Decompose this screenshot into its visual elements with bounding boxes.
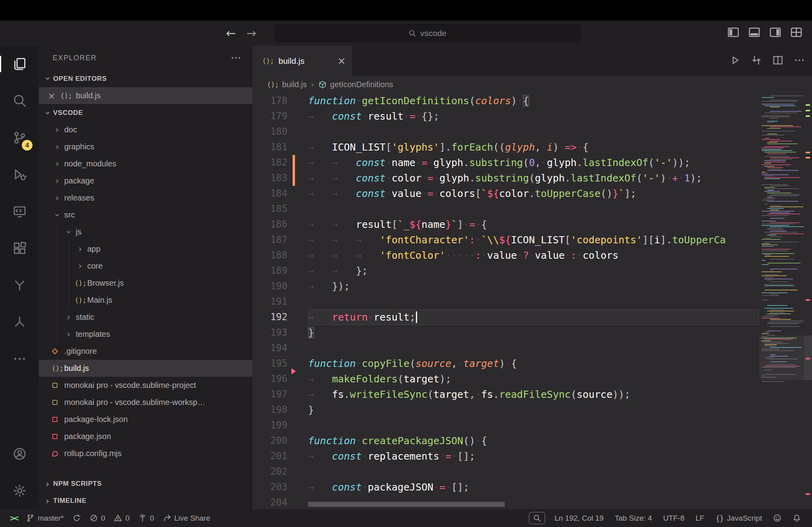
code-line-203[interactable]: 203→const·packageJSON·=·[]; <box>253 479 759 495</box>
status-ports[interactable]: 0 <box>134 509 159 527</box>
tree-folder-templates[interactable]: ›templates <box>39 326 253 343</box>
code-line-195[interactable]: 195function·copyFile(source,·target)·{ <box>253 356 759 371</box>
explorer-more-actions-icon[interactable] <box>230 52 241 63</box>
tree-folder-node-modules[interactable]: ›node_modules <box>39 155 253 172</box>
code-line-202[interactable]: 202 <box>253 464 759 479</box>
code-line-192[interactable]: 192→return·result; <box>253 309 759 325</box>
activity-search[interactable] <box>0 82 39 119</box>
tree-folder-doc[interactable]: ›doc <box>39 121 253 138</box>
panel-right-button[interactable] <box>769 26 781 40</box>
code-line-190[interactable]: 190→}); <box>253 279 759 294</box>
tree-file-package-lock-json[interactable]: package-lock.json <box>39 411 253 428</box>
tree-file-browser-js[interactable]: ();Browser.js <box>39 275 253 292</box>
code-line-182[interactable]: 182→→const·name·=·glyph.substring(0,·gly… <box>253 155 759 170</box>
tree-folder-js[interactable]: ›js <box>39 223 253 241</box>
code-line-194[interactable]: 194 <box>253 340 759 356</box>
status-indentation[interactable]: Tab Size: 4 <box>609 509 657 527</box>
code-line-198[interactable]: 198} <box>253 402 759 418</box>
status-problems-warnings[interactable]: 0 <box>109 509 134 527</box>
status-live-share[interactable]: Live Share <box>159 509 215 527</box>
activity-account[interactable] <box>0 435 39 472</box>
status-notifications[interactable] <box>787 509 806 527</box>
tree-folder-core[interactable]: ›core <box>39 258 253 275</box>
code-line-184[interactable]: 184→→const·value·=·colors[`${color.toUpp… <box>253 186 759 201</box>
open-editors-section-header[interactable]: › OPEN EDITORS <box>39 70 253 87</box>
minimap[interactable] <box>759 93 804 509</box>
status-feedback[interactable] <box>768 509 787 527</box>
code-line-183[interactable]: 183→→const·color·=·glyph.substring(glyph… <box>253 170 759 186</box>
code-line-189[interactable]: 189→→}; <box>253 263 759 279</box>
tree-folder-graphics[interactable]: ›graphics <box>39 138 253 155</box>
run-button[interactable] <box>730 55 741 67</box>
status-encoding[interactable]: UTF-8 <box>657 509 690 527</box>
activity-settings[interactable] <box>0 472 39 509</box>
activity-extension-custom-2[interactable] <box>0 304 39 340</box>
code-line-200[interactable]: 200function·createPackageJSON()·{ <box>253 433 759 449</box>
timeline-section-header[interactable]: › TIMELINE <box>39 492 253 509</box>
activity-remote-explorer[interactable] <box>0 193 39 230</box>
tree-file-monokai-pro-vscode-sublime-worksp[interactable]: monokai pro - vscode.sublime-worksp… <box>39 394 253 411</box>
panel-left-button[interactable] <box>727 26 739 40</box>
tree-folder-src[interactable]: ›src <box>39 206 253 223</box>
layout-grid-button[interactable] <box>790 26 802 40</box>
status-git-branch[interactable]: master* <box>22 509 68 527</box>
horizontal-scrollbar[interactable] <box>308 502 505 507</box>
code-line-181[interactable]: 181→ICON_LIST['glyphs'].forEach((glyph,·… <box>253 139 759 155</box>
tree-file-gitignore[interactable]: .gitignore <box>39 343 253 360</box>
activity-extension-custom-1[interactable] <box>0 267 39 304</box>
project-section-header[interactable]: › VSCODE <box>39 104 253 121</box>
activity-run-debug[interactable] <box>0 156 39 193</box>
tree-file-build-js[interactable]: ();build.js <box>39 360 253 377</box>
more-button[interactable] <box>794 55 805 67</box>
tab-build-js[interactable]: (); build.js × <box>253 46 352 76</box>
status-zoom-indicator[interactable] <box>529 512 545 524</box>
breadcrumb-item-build-js[interactable]: ();build.js <box>267 80 307 89</box>
tree-folder-static[interactable]: ›static <box>39 309 253 326</box>
activity-more-actions[interactable] <box>0 340 39 377</box>
close-icon[interactable]: × <box>47 91 56 101</box>
badge: 4 <box>22 140 33 151</box>
tree-folder-app[interactable]: ›app <box>39 241 253 258</box>
breadcrumb-item-geticondefinitions[interactable]: getIconDefinitions <box>318 80 393 89</box>
panel-bottom-button[interactable] <box>748 26 760 40</box>
activity-explorer[interactable] <box>0 46 39 82</box>
code-line-197[interactable]: 197→fs.writeFileSync(target,·fs.readFile… <box>253 387 759 402</box>
back-button[interactable]: ← <box>226 26 236 40</box>
tree-file-main-js[interactable]: ();Main.js <box>39 292 253 309</box>
status-problems-errors[interactable]: 0 <box>85 509 110 527</box>
code-line-179[interactable]: 179→const·result·=·{}; <box>253 109 759 124</box>
tree-folder-package[interactable]: ›package <box>39 172 253 189</box>
npm-scripts-section-header[interactable]: › NPM SCRIPTS <box>39 475 253 492</box>
status-remote-indicator[interactable]: >< <box>6 509 22 527</box>
code-line-178[interactable]: 178function·getIconDefinitions(colors)·{ <box>253 93 759 109</box>
forward-button[interactable]: → <box>246 26 256 40</box>
status-cursor-position[interactable]: Ln 192, Col 19 <box>549 509 609 527</box>
code-line-188[interactable]: 188→→→'fontColor'·····:·value·?·value·:·… <box>253 248 759 263</box>
code-line-180[interactable]: 180 <box>253 124 759 139</box>
command-center-search[interactable]: vscode <box>274 24 580 42</box>
code-line-199[interactable]: 199 <box>253 418 759 433</box>
code-line-191[interactable]: 191 <box>253 294 759 309</box>
status-sync[interactable] <box>68 509 85 527</box>
compare-button[interactable] <box>751 55 762 67</box>
status-language-mode[interactable]: {}JavaScript <box>710 509 768 527</box>
status-eol[interactable]: LF <box>690 509 710 527</box>
code-line-193[interactable]: 193} <box>253 325 759 340</box>
tree-file-package-json[interactable]: package.json <box>39 428 253 445</box>
code-line-186[interactable]: 186→→result[`_${name}`]·=·{ <box>253 217 759 232</box>
minimap-slider[interactable] <box>759 336 804 380</box>
code-line-201[interactable]: 201→const·replacements·=·[]; <box>253 449 759 464</box>
code-line-196[interactable]: 196→makeFolders(target); <box>253 371 759 387</box>
tree-file-rollup-config-mjs[interactable]: rollup.config.mjs <box>39 445 253 462</box>
overview-ruler[interactable] <box>804 93 812 509</box>
activity-source-control[interactable]: 4 <box>0 119 39 156</box>
activity-extensions[interactable] <box>0 230 39 267</box>
close-icon[interactable]: × <box>337 55 346 67</box>
code-editor[interactable]: 178function·getIconDefinitions(colors)·{… <box>253 93 812 509</box>
open-editor-build-js[interactable]: ×();build.js <box>39 87 253 104</box>
split-button[interactable] <box>772 55 783 67</box>
tree-folder-releases[interactable]: ›releases <box>39 189 253 206</box>
code-line-187[interactable]: 187→→→'fontCharacter':·`\\${ICON_LIST['c… <box>253 232 759 248</box>
tree-file-monokai-pro-vscode-sublime-project[interactable]: monokai pro - vscode.sublime-project <box>39 377 253 394</box>
code-line-185[interactable]: 185 <box>253 201 759 217</box>
